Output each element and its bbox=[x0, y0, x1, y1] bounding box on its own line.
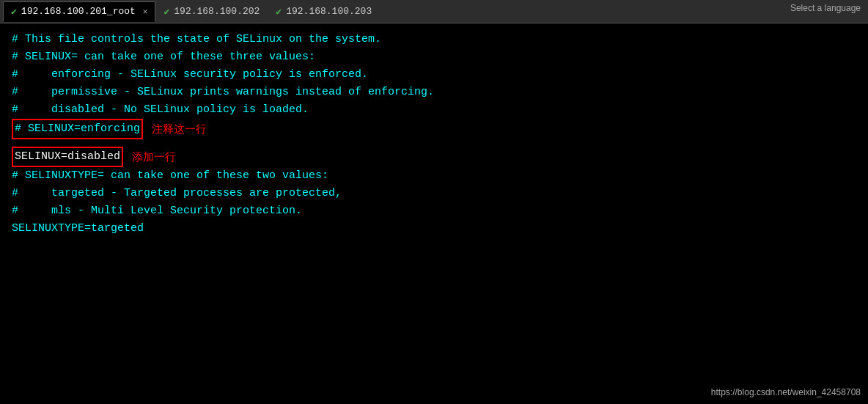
selinux-enforcing-box: # SELINUX=enforcing bbox=[12, 119, 143, 139]
line-4: # permissive - SELinux prints warnings i… bbox=[12, 84, 856, 101]
tab-2-label: 192.168.100.202 bbox=[174, 6, 260, 17]
footer-url: https://blog.csdn.net/weixin_42458708 bbox=[711, 386, 861, 400]
selinux-enforcing-text: # SELINUX=enforcing bbox=[15, 122, 140, 135]
tab-1[interactable]: ✔ 192.168.100.201_root ✕ bbox=[3, 1, 155, 22]
tab-3[interactable]: ✔ 192.168.100.203 bbox=[268, 1, 380, 22]
bottom-line-2: # targeted - Targeted processes are prot… bbox=[12, 185, 856, 202]
tab-1-label: 192.168.100.201_root bbox=[21, 6, 136, 17]
line-1: # This file controls the state of SELinu… bbox=[12, 31, 856, 48]
line-5: # disabled - No SELinux policy is loaded… bbox=[12, 101, 856, 119]
close-icon-1[interactable]: ✕ bbox=[143, 7, 148, 16]
tab-2[interactable]: ✔ 192.168.100.202 bbox=[155, 1, 268, 22]
bottom-line-1: # SELINUXTYPE= can take one of these two… bbox=[12, 167, 856, 185]
language-selector[interactable]: Select a language bbox=[790, 3, 861, 13]
bottom-line-4: SELINUXTYPE=targeted bbox=[12, 220, 856, 238]
selinux-disabled-text: SELINUX=disabled bbox=[15, 150, 120, 163]
enforcing-annotation: 注释这一行 bbox=[152, 120, 207, 138]
check-icon-3: ✔ bbox=[276, 6, 282, 18]
bottom-line-3: # mls - Multi Level Security protection. bbox=[12, 202, 856, 220]
terminal-window: ✔ 192.168.100.201_root ✕ ✔ 192.168.100.2… bbox=[0, 0, 868, 404]
selinux-disabled-box: SELINUX=disabled bbox=[12, 147, 123, 167]
line-2: # SELINUX= can take one of these three v… bbox=[12, 48, 856, 66]
check-icon-2: ✔ bbox=[163, 6, 169, 18]
tab-bar: ✔ 192.168.100.201_root ✕ ✔ 192.168.100.2… bbox=[0, 0, 868, 23]
line-3: # enforcing - SELinux security policy is… bbox=[12, 66, 856, 84]
selinux-disabled-line: SELINUX=disabled 添加一行 bbox=[12, 147, 856, 167]
terminal-content: # This file controls the state of SELinu… bbox=[0, 23, 868, 404]
selinux-enforcing-line: # SELINUX=enforcing 注释这一行 bbox=[12, 119, 856, 139]
disabled-annotation: 添加一行 bbox=[132, 148, 176, 166]
check-icon-1: ✔ bbox=[11, 6, 17, 18]
tab-3-label: 192.168.100.203 bbox=[286, 6, 372, 17]
spacer-1 bbox=[12, 139, 856, 144]
